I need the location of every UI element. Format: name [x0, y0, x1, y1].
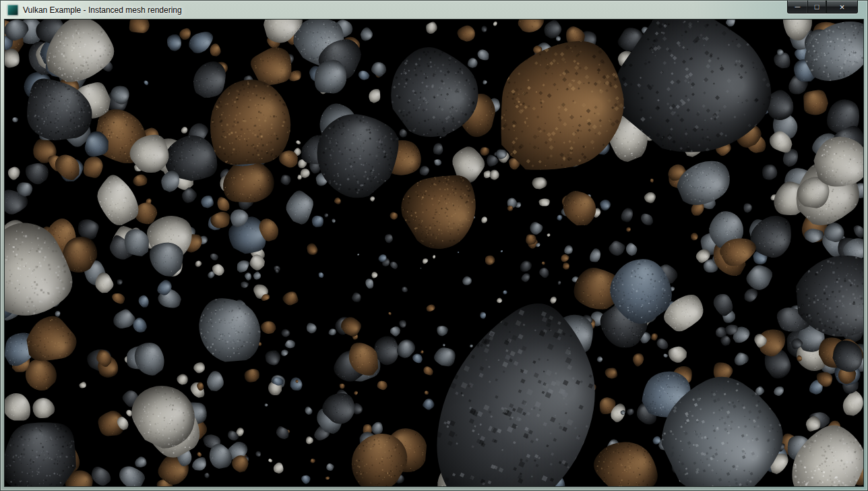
close-button[interactable]: ×	[826, 1, 858, 13]
app-icon[interactable]	[7, 5, 18, 16]
caption-button-group: ─ □ ×	[787, 1, 858, 13]
close-icon: ×	[840, 3, 845, 11]
minimize-button[interactable]: ─	[787, 1, 807, 13]
maximize-button[interactable]: □	[807, 1, 826, 13]
app-window: Vulkan Example - Instanced mesh renderin…	[0, 0, 868, 491]
render-viewport[interactable]	[5, 20, 863, 486]
title-bar[interactable]: Vulkan Example - Instanced mesh renderin…	[0, 0, 868, 20]
minimize-icon: ─	[795, 3, 801, 11]
client-area	[5, 20, 863, 486]
maximize-icon: □	[815, 3, 819, 11]
window-title: Vulkan Example - Instanced mesh renderin…	[23, 5, 182, 15]
